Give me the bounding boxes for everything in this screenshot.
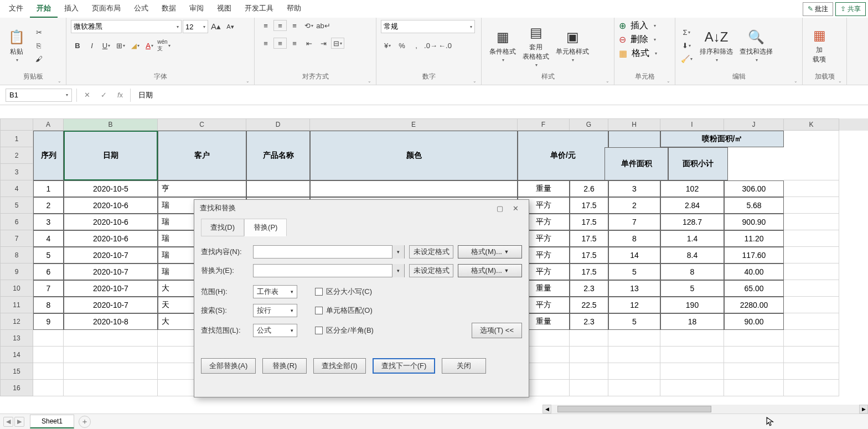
cell[interactable] (784, 380, 839, 396)
find-content-input[interactable]: ▾ (253, 245, 405, 259)
cell[interactable]: 5 (660, 280, 724, 297)
colhdr-I[interactable]: I (660, 118, 724, 131)
cell[interactable] (784, 347, 839, 363)
colhdr-B[interactable]: B (64, 118, 158, 131)
indent-increase-icon[interactable]: ⇥ (317, 38, 330, 49)
menu-view[interactable]: 视图 (210, 0, 238, 18)
tab-next-icon[interactable]: ▶ (14, 417, 24, 427)
rowhdr[interactable]: 7 (0, 230, 33, 247)
name-box[interactable]: B1▾ (6, 89, 72, 102)
cell[interactable] (784, 214, 839, 230)
addin-button[interactable]: ▦加 载项 (807, 25, 831, 65)
currency-icon[interactable]: ¥▾ (381, 40, 394, 51)
cell[interactable]: 1.4 (660, 230, 724, 247)
cell[interactable]: 306.00 (724, 180, 784, 197)
dialog-tab-find[interactable]: 查找(D) (201, 219, 244, 236)
find-next-button[interactable]: 查找下一个(F) (373, 358, 436, 374)
cell[interactable]: 12 (608, 297, 660, 313)
cell[interactable] (724, 347, 784, 363)
dialog-maximize-icon[interactable]: ▢ (492, 202, 508, 214)
phonetic-button[interactable]: wén支▾ (157, 40, 170, 51)
wrap-text-icon[interactable]: ab↵ (317, 20, 330, 31)
cell[interactable]: 2020-10-7 (64, 297, 158, 313)
cell[interactable]: 8 (33, 297, 64, 313)
indent-decrease-icon[interactable]: ⇤ (302, 38, 316, 49)
colhdr-G[interactable]: G (570, 118, 608, 131)
cell[interactable]: 22.5 (570, 297, 608, 313)
rowhdr[interactable]: 8 (0, 247, 33, 263)
cell[interactable]: 亨 (158, 180, 246, 197)
cell[interactable] (33, 330, 64, 347)
cell[interactable] (33, 363, 64, 380)
cell[interactable]: 2020-10-6 (64, 214, 158, 230)
cell[interactable]: 90.00 (724, 313, 784, 330)
cell[interactable]: 13 (608, 280, 660, 297)
close-button[interactable]: 关闭 (442, 358, 486, 374)
cells-delete-button[interactable]: ⊖ 删除 ▾ (619, 34, 656, 45)
cell[interactable]: 2020-10-8 (64, 313, 158, 330)
cell[interactable] (784, 313, 839, 330)
rowhdr[interactable]: 15 (0, 363, 33, 380)
fill-icon[interactable]: ⬇▾ (680, 40, 693, 51)
cell[interactable]: 9 (33, 313, 64, 330)
replace-all-button[interactable]: 全部替换(A) (201, 358, 256, 374)
cell[interactable] (660, 330, 724, 347)
enter-icon[interactable]: ✓ (96, 89, 111, 101)
search-select[interactable]: 按行▾ (253, 304, 297, 317)
cell[interactable] (784, 330, 839, 347)
font-name-select[interactable]: 微软雅黑▾ (71, 20, 182, 33)
rowhdr[interactable]: 14 (0, 347, 33, 363)
cell[interactable]: 7 (608, 214, 660, 230)
cell[interactable] (310, 180, 518, 197)
rowhdr[interactable]: 10 (0, 280, 33, 297)
cell[interactable]: 128.7 (660, 214, 724, 230)
align-left-icon[interactable]: ≡ (259, 38, 272, 49)
orientation-icon[interactable]: ⟲▾ (302, 20, 316, 31)
underline-button[interactable]: U▾ (100, 40, 113, 51)
cell[interactable]: 18 (660, 313, 724, 330)
cell[interactable]: 11.20 (724, 230, 784, 247)
italic-button[interactable]: I (85, 40, 99, 51)
cancel-icon[interactable]: ✕ (79, 89, 95, 101)
cell[interactable] (64, 363, 158, 380)
table-format-button[interactable]: ▤套用 表格格式▾ (519, 23, 552, 69)
cell[interactable]: 17.5 (570, 263, 608, 280)
rowhdr-2[interactable]: 2 (0, 147, 33, 164)
find-format-button[interactable]: 格式(M)... ▼ (458, 245, 522, 259)
scroll-thumb[interactable] (557, 406, 711, 412)
cell[interactable] (33, 380, 64, 396)
formula-input[interactable] (134, 89, 868, 102)
cell[interactable] (784, 247, 839, 263)
align-center-icon[interactable]: ≡ (273, 38, 287, 49)
menu-insert[interactable]: 插入 (58, 0, 85, 18)
lookin-select[interactable]: 公式▾ (253, 324, 297, 337)
cell[interactable]: 2 (33, 197, 64, 214)
menu-layout[interactable]: 页面布局 (85, 0, 127, 18)
cell[interactable]: 7 (33, 280, 64, 297)
font-grow-icon[interactable]: A▴ (209, 21, 223, 32)
menu-help[interactable]: 帮助 (280, 0, 308, 18)
cell[interactable]: 2020-10-6 (64, 230, 158, 247)
dialog-close-icon[interactable]: ✕ (508, 202, 523, 214)
replace-with-input[interactable]: ▾ (253, 264, 405, 277)
cell[interactable] (784, 280, 839, 297)
fill-color-button[interactable]: ◢▾ (128, 40, 142, 51)
font-color-button[interactable]: A▾ (143, 40, 156, 51)
cell[interactable] (608, 380, 660, 396)
cell[interactable] (784, 363, 839, 380)
options-button[interactable]: 选项(T) << (472, 323, 522, 338)
dialog-tab-replace[interactable]: 替换(P) (244, 219, 287, 236)
cell[interactable]: 3 (33, 214, 64, 230)
cell[interactable]: 5.68 (724, 197, 784, 214)
cell-K1[interactable] (784, 131, 839, 180)
format-painter-icon[interactable]: 🖌 (32, 53, 45, 64)
add-sheet-button[interactable]: ＋ (79, 416, 91, 428)
align-bottom-icon[interactable]: ≡ (288, 20, 301, 31)
align-right-icon[interactable]: ≡ (288, 38, 301, 49)
rowhdr[interactable]: 12 (0, 313, 33, 330)
align-middle-icon[interactable]: ≡ (273, 20, 287, 31)
rowhdr-3[interactable]: 3 (0, 164, 33, 180)
match-width-checkbox[interactable]: 区分全/半角(B) (315, 325, 374, 335)
cell[interactable]: 17.5 (570, 214, 608, 230)
bold-button[interactable]: B (71, 40, 84, 51)
